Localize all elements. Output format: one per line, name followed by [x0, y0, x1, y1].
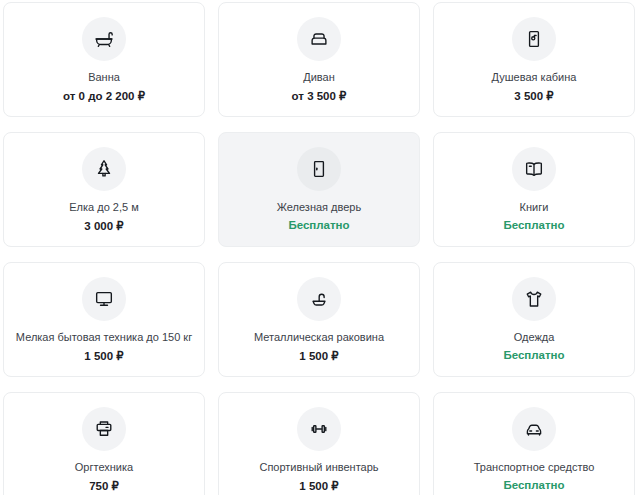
card-title: Мелкая бытовая техника до 150 кг	[16, 331, 192, 344]
card-price-free: Бесплатно	[503, 349, 564, 361]
service-card[interactable]: КнигиБесплатно	[433, 132, 635, 247]
service-card[interactable]: Диванот 3 500 ₽	[218, 2, 420, 117]
monitor-icon	[82, 277, 126, 321]
bathtub-icon	[82, 17, 126, 61]
services-grid: Ваннаот 0 до 2 200 ₽Диванот 3 500 ₽Душев…	[0, 0, 640, 495]
card-price: 1 500 ₽	[299, 479, 338, 493]
card-title: Книги	[520, 201, 549, 214]
door-icon	[297, 147, 341, 191]
service-card[interactable]: Елка до 2,5 м3 000 ₽	[3, 132, 205, 247]
card-price: 3 500 ₽	[514, 89, 553, 103]
service-card[interactable]: Ваннаот 0 до 2 200 ₽	[3, 2, 205, 117]
tshirt-icon	[512, 277, 556, 321]
card-title: Железная дверь	[277, 201, 361, 214]
card-title: Одежда	[514, 331, 555, 344]
card-price: от 0 до 2 200 ₽	[63, 89, 145, 103]
sofa-icon	[297, 17, 341, 61]
card-price-free: Бесплатно	[503, 219, 564, 231]
service-card[interactable]: Мелкая бытовая техника до 150 кг1 500 ₽	[3, 262, 205, 377]
printer-icon	[82, 407, 126, 451]
sink-icon	[297, 277, 341, 321]
service-card[interactable]: Спортивный инвентарь1 500 ₽	[218, 392, 420, 495]
card-price: 3 000 ₽	[84, 219, 123, 233]
card-title: Спортивный инвентарь	[259, 461, 378, 474]
service-card[interactable]: Душевая кабина3 500 ₽	[433, 2, 635, 117]
card-title: Металлическая раковина	[254, 331, 384, 344]
card-title: Елка до 2,5 м	[69, 201, 139, 214]
service-card[interactable]: ОдеждаБесплатно	[433, 262, 635, 377]
service-card[interactable]: Оргтехника750 ₽	[3, 392, 205, 495]
open-book-icon	[512, 147, 556, 191]
card-title: Диван	[303, 71, 335, 84]
card-price: 750 ₽	[89, 479, 119, 493]
service-card[interactable]: Транспортное средствоБесплатно	[433, 392, 635, 495]
card-price-free: Бесплатно	[288, 219, 349, 231]
card-price: от 3 500 ₽	[292, 89, 347, 103]
dumbbell-icon	[297, 407, 341, 451]
car-icon	[512, 407, 556, 451]
card-price: 1 500 ₽	[299, 349, 338, 363]
card-price: 1 500 ₽	[84, 349, 123, 363]
card-title: Ванна	[88, 71, 120, 84]
christmas-tree-icon	[82, 147, 126, 191]
service-card[interactable]: Металлическая раковина1 500 ₽	[218, 262, 420, 377]
card-title: Душевая кабина	[492, 71, 577, 84]
card-price-free: Бесплатно	[503, 479, 564, 491]
card-title: Оргтехника	[75, 461, 133, 474]
card-title: Транспортное средство	[474, 461, 595, 474]
service-card[interactable]: Железная дверьБесплатно	[218, 132, 420, 247]
shower-cabin-icon	[512, 17, 556, 61]
